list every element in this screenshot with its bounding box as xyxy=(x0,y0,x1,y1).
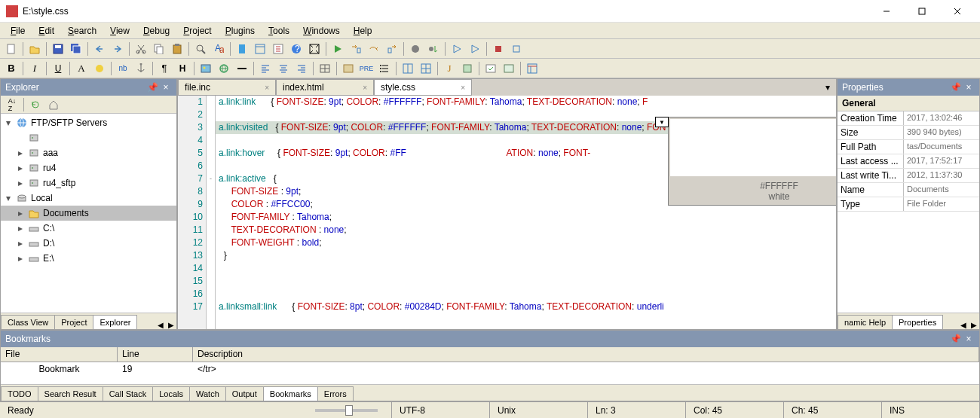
hr-icon[interactable] xyxy=(234,60,250,77)
editor-tab[interactable]: style.css× xyxy=(374,79,472,96)
pin-icon[interactable]: 📌 xyxy=(146,81,158,93)
tab-nav-right-icon[interactable]: ▶ xyxy=(166,321,176,329)
record-icon[interactable] xyxy=(490,41,507,57)
code-editor[interactable]: 1234567891011121314151617 - a.link:link … xyxy=(178,96,836,329)
find-replace-icon[interactable]: Aa xyxy=(210,41,227,57)
status-eol[interactable]: Unix xyxy=(490,402,588,418)
col-file[interactable]: File xyxy=(1,347,118,362)
link-icon[interactable] xyxy=(216,60,232,77)
save-icon[interactable] xyxy=(50,41,66,57)
tab-nav-left-icon[interactable]: ◀ xyxy=(155,321,166,329)
property-row[interactable]: Size390 940 bytes) xyxy=(838,126,979,140)
tree-item[interactable]: ▸ru4 xyxy=(1,160,176,175)
property-row[interactable]: Creation Time2017, 13:02:46 xyxy=(838,111,979,126)
step-out-icon[interactable] xyxy=(384,41,400,57)
panel-close-icon[interactable]: × xyxy=(963,81,975,93)
explorer-tab[interactable]: Project xyxy=(54,315,93,329)
tab-close-icon[interactable]: × xyxy=(265,84,269,92)
property-row[interactable]: Last write Ti...2012, 11:37:30 xyxy=(838,169,979,183)
tidy-icon[interactable] xyxy=(501,60,517,77)
property-row[interactable]: TypeFile Folder xyxy=(838,197,979,212)
fullscreen-icon[interactable] xyxy=(306,41,323,57)
menu-plugins[interactable]: Plugins xyxy=(219,24,261,38)
col-line[interactable]: Line xyxy=(118,347,193,362)
menu-windows[interactable]: Windows xyxy=(297,24,346,38)
minimize-button[interactable] xyxy=(869,1,903,22)
script-icon[interactable]: J xyxy=(441,60,458,77)
redo-icon[interactable] xyxy=(109,41,126,57)
font-color-icon[interactable] xyxy=(91,60,108,77)
tree-item[interactable]: ▾FTP/SFTP Servers xyxy=(1,115,176,130)
close-button[interactable] xyxy=(940,1,974,22)
tab-nav-left-icon[interactable]: ◀ xyxy=(958,321,969,329)
bottom-tab[interactable]: Locals xyxy=(152,386,190,401)
split-icon[interactable] xyxy=(524,60,541,77)
property-row[interactable]: NameDocuments xyxy=(838,183,979,197)
stop-icon[interactable] xyxy=(508,41,525,57)
menu-search[interactable]: Search xyxy=(62,24,103,38)
help-icon[interactable]: ? xyxy=(288,41,305,57)
paragraph-icon[interactable]: ¶ xyxy=(156,60,173,77)
bookmark-toggle-icon[interactable] xyxy=(234,41,250,57)
table-icon[interactable] xyxy=(317,60,333,77)
play-icon[interactable] xyxy=(449,41,465,57)
new-file-icon[interactable] xyxy=(3,41,20,57)
tree-item[interactable]: ▸D:\ xyxy=(1,236,176,251)
pin-icon[interactable]: 📌 xyxy=(949,81,961,93)
properties-tab[interactable]: namic Help xyxy=(838,315,893,329)
tree-item[interactable]: ▸Documents xyxy=(1,206,176,221)
tree-item[interactable]: ▸C:\ xyxy=(1,221,176,236)
bottom-tab[interactable]: Errors xyxy=(317,386,354,401)
list-icon[interactable] xyxy=(376,60,393,77)
menu-project[interactable]: Project xyxy=(177,24,217,38)
nbsp-icon[interactable]: nb xyxy=(115,60,131,77)
tree-item[interactable]: ▾Local xyxy=(1,191,176,206)
copy-icon[interactable] xyxy=(151,41,167,57)
home-icon[interactable] xyxy=(45,96,62,113)
status-col[interactable]: Col: 45 xyxy=(686,402,784,418)
window-icon[interactable] xyxy=(252,41,268,57)
status-line[interactable]: Ln: 3 xyxy=(588,402,686,418)
status-ch[interactable]: Ch: 45 xyxy=(784,402,882,418)
play2-icon[interactable] xyxy=(467,41,483,57)
tree-item[interactable]: ▸ru4_sftp xyxy=(1,175,176,191)
menu-tools[interactable]: Tools xyxy=(262,24,296,38)
explorer-tab[interactable]: Class View xyxy=(1,315,55,329)
tooltip-dropdown-icon[interactable]: ▼ xyxy=(655,117,669,127)
preview-icon[interactable] xyxy=(270,41,286,57)
properties-tab[interactable]: Properties xyxy=(892,315,943,329)
bookmarks-list[interactable]: Bookmark 19 </tr> xyxy=(1,362,979,384)
frameset-icon[interactable] xyxy=(418,60,434,77)
form-icon[interactable] xyxy=(340,60,357,77)
tab-nav-right-icon[interactable]: ▶ xyxy=(969,321,979,329)
bookmark-row[interactable]: Bookmark 19 </tr> xyxy=(1,362,979,376)
property-row[interactable]: Last access ...2017, 17:52:17 xyxy=(838,154,979,169)
tab-close-icon[interactable]: × xyxy=(363,84,367,92)
bottom-tab[interactable]: Search Result xyxy=(38,386,103,401)
bottom-tab[interactable]: TODO xyxy=(1,386,38,401)
find-icon[interactable] xyxy=(192,41,209,57)
font-icon[interactable]: A xyxy=(73,60,90,77)
align-center-icon[interactable] xyxy=(275,60,292,77)
col-description[interactable]: Description xyxy=(193,347,979,362)
bold-icon[interactable]: B xyxy=(3,60,20,77)
validate-icon[interactable] xyxy=(482,60,499,77)
underline-icon[interactable]: U xyxy=(50,60,66,77)
undo-icon[interactable] xyxy=(91,41,108,57)
properties-grid[interactable]: General Creation Time2017, 13:02:46Size3… xyxy=(838,96,979,313)
bottom-tab[interactable]: Bookmarks xyxy=(263,386,318,401)
anchor-icon[interactable] xyxy=(133,60,149,77)
image-icon[interactable] xyxy=(198,60,214,77)
breakpoint-icon[interactable] xyxy=(407,41,424,57)
heading-icon[interactable]: H xyxy=(174,60,191,77)
paste-icon[interactable] xyxy=(169,41,185,57)
style-icon[interactable] xyxy=(459,60,476,77)
pin-icon[interactable]: 📌 xyxy=(949,333,961,345)
open-icon[interactable] xyxy=(26,41,43,57)
property-row[interactable]: Full Pathtas/Documents xyxy=(838,140,979,154)
editor-tab[interactable]: file.inc× xyxy=(178,79,276,96)
zoom-slider[interactable] xyxy=(302,402,392,418)
cut-icon[interactable] xyxy=(133,41,149,57)
tab-dropdown-icon[interactable]: ▾ xyxy=(819,79,836,96)
align-right-icon[interactable] xyxy=(293,60,310,77)
